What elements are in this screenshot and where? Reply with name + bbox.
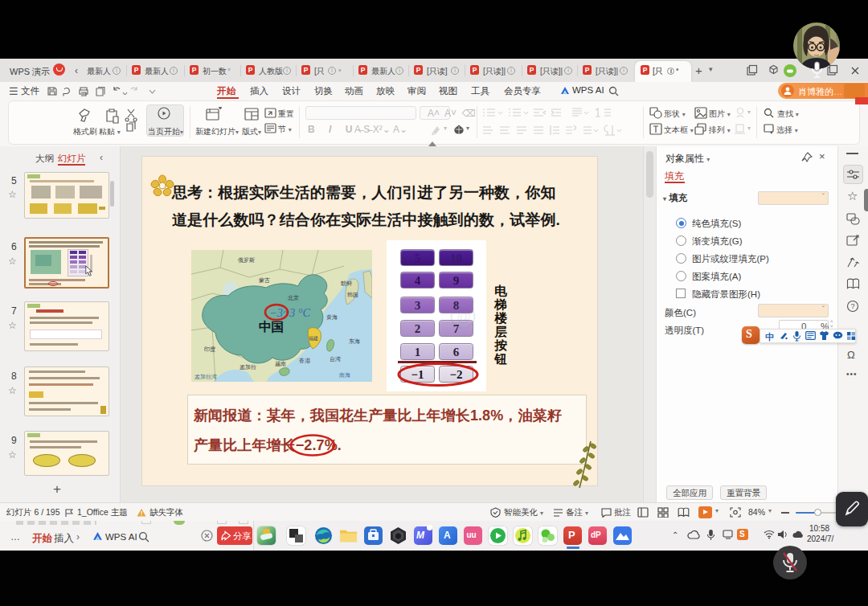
- svg-text:韩国: 韩国: [347, 292, 358, 298]
- svg-text:?: ?: [851, 302, 855, 310]
- svg-text:东海: 东海: [349, 338, 360, 345]
- svg-text:北京: 北京: [288, 295, 299, 301]
- svg-text:越南: 越南: [275, 361, 286, 367]
- svg-text:台湾: 台湾: [330, 356, 341, 362]
- svg-text:香港: 香港: [299, 358, 311, 364]
- svg-text:印度: 印度: [204, 346, 215, 353]
- svg-text:−3~3 °C: −3~3 °C: [269, 306, 311, 319]
- svg-text:蒙古: 蒙古: [259, 277, 270, 284]
- svg-text:黄海: 黄海: [326, 314, 338, 321]
- svg-text:@: @: [457, 309, 471, 325]
- svg-text:朝鲜: 朝鲜: [340, 280, 352, 286]
- svg-text:孟加拉湾: 孟加拉湾: [194, 374, 217, 380]
- svg-text:中国: 中国: [259, 320, 284, 334]
- svg-text:俄罗斯: 俄罗斯: [238, 257, 255, 264]
- svg-text:南海: 南海: [339, 372, 350, 379]
- svg-text:福建: 福建: [309, 336, 318, 342]
- svg-text:孟加拉: 孟加拉: [240, 364, 256, 370]
